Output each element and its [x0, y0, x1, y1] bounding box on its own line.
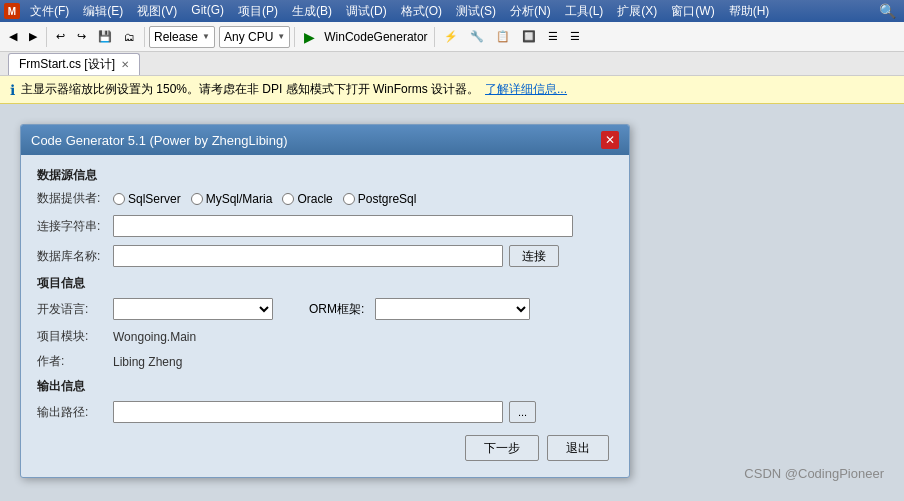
lang-label: 开发语言: — [37, 301, 107, 318]
project-section-label: 项目信息 — [37, 275, 613, 292]
undo-button[interactable]: ↩ — [51, 25, 70, 49]
app-icon: M — [4, 3, 20, 19]
menu-tools[interactable]: 工具(L) — [559, 1, 610, 22]
module-label: 项目模块: — [37, 328, 107, 345]
tab-frmstart-label: FrmStart.cs [设计] — [19, 56, 115, 73]
dialog-close-button[interactable]: ✕ — [601, 131, 619, 149]
module-value: Wongoing.Main — [113, 330, 196, 344]
separator-3 — [294, 27, 295, 47]
tab-frmstart[interactable]: FrmStart.cs [设计] ✕ — [8, 53, 140, 75]
separator-4 — [434, 27, 435, 47]
separator-2 — [144, 27, 145, 47]
browse-button[interactable]: ... — [509, 401, 536, 423]
provider-oracle[interactable]: Oracle — [282, 192, 332, 206]
provider-row: 数据提供者: SqlServer MySql/Maria Oracle — [37, 190, 613, 207]
menu-help[interactable]: 帮助(H) — [723, 1, 776, 22]
menu-edit[interactable]: 编辑(E) — [77, 1, 129, 22]
orm-select[interactable] — [375, 298, 530, 320]
menu-build[interactable]: 生成(B) — [286, 1, 338, 22]
provider-sqlserver-label: SqlServer — [128, 192, 181, 206]
search-icon[interactable]: 🔍 — [875, 3, 900, 19]
output-section-label: 输出信息 — [37, 378, 613, 395]
config-label: Release — [154, 30, 198, 44]
author-label: 作者: — [37, 353, 107, 370]
dialog-footer: 下一步 退出 — [37, 435, 613, 461]
provider-sqlserver[interactable]: SqlServer — [113, 192, 181, 206]
provider-mysql-radio[interactable] — [191, 193, 203, 205]
menu-format[interactable]: 格式(O) — [395, 1, 448, 22]
provider-sqlserver-radio[interactable] — [113, 193, 125, 205]
dialog-title-bar: Code Generator 5.1 (Power by ZhengLibing… — [21, 125, 629, 155]
info-banner: ℹ 主显示器缩放比例设置为 150%。请考虑在非 DPI 感知模式下打开 Win… — [0, 76, 904, 104]
provider-mysql[interactable]: MySql/Maria — [191, 192, 273, 206]
title-bar: M 文件(F) 编辑(E) 视图(V) Git(G) 项目(P) 生成(B) 调… — [0, 0, 904, 22]
provider-oracle-radio[interactable] — [282, 193, 294, 205]
dialog-body: 数据源信息 数据提供者: SqlServer MySql/Maria — [21, 155, 629, 477]
next-button[interactable]: 下一步 — [465, 435, 539, 461]
redo-button[interactable]: ↪ — [72, 25, 91, 49]
connection-label: 连接字符串: — [37, 218, 107, 235]
run-button[interactable]: ▶ — [299, 25, 320, 49]
connect-button[interactable]: 连接 — [509, 245, 559, 267]
provider-postgresql-radio[interactable] — [343, 193, 355, 205]
connection-string-input[interactable] — [113, 215, 573, 237]
watermark: CSDN @CodingPioneer — [744, 466, 884, 481]
provider-oracle-label: Oracle — [297, 192, 332, 206]
save-all-button[interactable]: 🗂 — [119, 25, 140, 49]
info-icon: ℹ — [10, 82, 15, 98]
connection-string-row: 连接字符串: — [37, 215, 613, 237]
tab-close-icon[interactable]: ✕ — [121, 59, 129, 70]
provider-label: 数据提供者: — [37, 190, 107, 207]
menu-analyze[interactable]: 分析(N) — [504, 1, 557, 22]
orm-label: ORM框架: — [309, 301, 369, 318]
provider-mysql-label: MySql/Maria — [206, 192, 273, 206]
platform-dropdown[interactable]: Any CPU ▼ — [219, 26, 290, 48]
menu-project[interactable]: 项目(P) — [232, 1, 284, 22]
menu-extensions[interactable]: 扩展(X) — [611, 1, 663, 22]
toolbar: ◀ ▶ ↩ ↪ 💾 🗂 Release ▼ Any CPU ▼ ▶ WinCod… — [0, 22, 904, 52]
dbname-label: 数据库名称: — [37, 248, 107, 265]
menu-git[interactable]: Git(G) — [185, 1, 230, 22]
watermark-text: CSDN @CodingPioneer — [744, 466, 884, 481]
dbname-row: 数据库名称: 连接 — [37, 245, 613, 267]
output-path-label: 输出路径: — [37, 404, 107, 421]
save-button[interactable]: 💾 — [93, 25, 117, 49]
banner-link[interactable]: 了解详细信息... — [485, 81, 567, 98]
run-label: WinCodeGenerator — [324, 30, 427, 44]
provider-postgresql-label: PostgreSql — [358, 192, 417, 206]
toolbar-extra-5[interactable]: ☰ — [543, 25, 563, 49]
lang-select[interactable] — [113, 298, 273, 320]
output-path-input[interactable] — [113, 401, 503, 423]
menu-window[interactable]: 窗口(W) — [665, 1, 720, 22]
forward-button[interactable]: ▶ — [24, 25, 42, 49]
datasource-section-label: 数据源信息 — [37, 167, 613, 184]
toolbar-extra-6[interactable]: ☰ — [565, 25, 585, 49]
back-button[interactable]: ◀ — [4, 25, 22, 49]
dbname-input[interactable] — [113, 245, 503, 267]
platform-label: Any CPU — [224, 30, 273, 44]
author-row: 作者: Libing Zheng — [37, 353, 613, 370]
exit-button[interactable]: 退出 — [547, 435, 609, 461]
lang-orm-row: 开发语言: ORM框架: — [37, 298, 613, 320]
author-value: Libing Zheng — [113, 355, 182, 369]
provider-postgresql[interactable]: PostgreSql — [343, 192, 417, 206]
config-dropdown[interactable]: Release ▼ — [149, 26, 215, 48]
toolbar-extra-4[interactable]: 🔲 — [517, 25, 541, 49]
menu-view[interactable]: 视图(V) — [131, 1, 183, 22]
output-path-row: 输出路径: ... — [37, 401, 613, 423]
provider-radio-group: SqlServer MySql/Maria Oracle Postgr — [113, 192, 416, 206]
separator-1 — [46, 27, 47, 47]
menu-bar: 文件(F) 编辑(E) 视图(V) Git(G) 项目(P) 生成(B) 调试(… — [24, 1, 871, 22]
toolbar-extra-1[interactable]: ⚡ — [439, 25, 463, 49]
module-row: 项目模块: Wongoing.Main — [37, 328, 613, 345]
menu-file[interactable]: 文件(F) — [24, 1, 75, 22]
dialog-title-text: Code Generator 5.1 (Power by ZhengLibing… — [31, 133, 288, 148]
tab-bar: FrmStart.cs [设计] ✕ — [0, 52, 904, 76]
toolbar-extra-3[interactable]: 📋 — [491, 25, 515, 49]
menu-test[interactable]: 测试(S) — [450, 1, 502, 22]
main-area: Code Generator 5.1 (Power by ZhengLibing… — [0, 104, 904, 501]
menu-debug[interactable]: 调试(D) — [340, 1, 393, 22]
platform-arrow: ▼ — [277, 32, 285, 41]
config-arrow: ▼ — [202, 32, 210, 41]
toolbar-extra-2[interactable]: 🔧 — [465, 25, 489, 49]
